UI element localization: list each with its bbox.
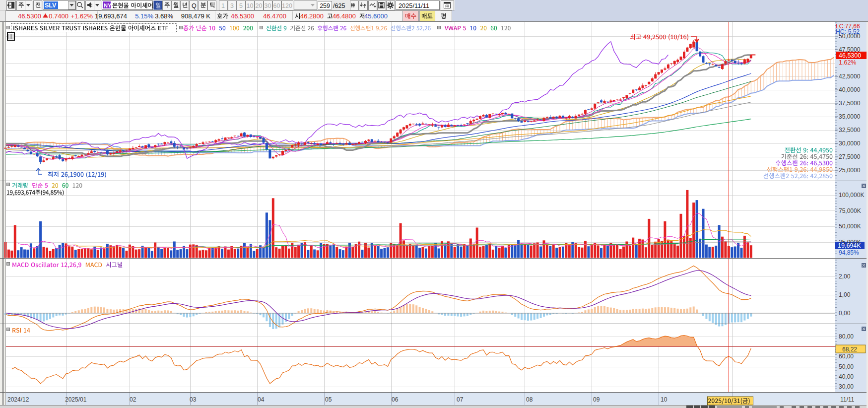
svg-text:2,00: 2,00 (839, 273, 851, 280)
svg-text:08: 08 (526, 396, 533, 403)
svg-text:42,5000: 42,5000 (839, 73, 861, 80)
svg-text:35,0000: 35,0000 (839, 113, 861, 120)
svg-text:1,62%: 1,62% (839, 59, 856, 66)
svg-text:2025/01: 2025/01 (65, 396, 87, 403)
svg-text:07: 07 (457, 396, 464, 403)
svg-text:2025/11/11: 2025/11/11 (399, 2, 429, 9)
svg-text:20: 20 (256, 2, 263, 9)
svg-text:1,00: 1,00 (839, 291, 851, 298)
svg-text:908,479 K: 908,479 K (181, 12, 211, 20)
svg-text:02: 02 (130, 396, 136, 403)
svg-text:04: 04 (258, 396, 265, 403)
svg-text:46,5300: 46,5300 (839, 52, 861, 59)
svg-text:50,00: 50,00 (839, 363, 854, 370)
svg-text:46.2800: 46.2800 (300, 12, 324, 20)
svg-text:46.4800: 46.4800 (333, 12, 356, 20)
svg-text:03: 03 (190, 396, 197, 403)
svg-text:HC:-5,52: HC:-5,52 (836, 28, 860, 35)
svg-text:40,00: 40,00 (839, 373, 854, 380)
svg-text:11/11: 11/11 (840, 396, 855, 403)
svg-text:0,00: 0,00 (839, 310, 851, 317)
svg-text:60: 60 (273, 2, 280, 9)
svg-text:1: 1 (221, 2, 225, 9)
svg-text:68,22: 68,22 (842, 346, 857, 353)
svg-text:30: 30 (265, 2, 271, 9)
svg-text:09: 09 (593, 396, 600, 403)
svg-text:25,0000: 25,0000 (839, 167, 861, 174)
svg-text:06: 06 (392, 396, 399, 403)
svg-text:46.5300: 46.5300 (231, 12, 254, 20)
svg-text:10: 10 (661, 396, 668, 403)
svg-text:40,0000: 40,0000 (839, 86, 861, 93)
svg-text:30,00: 30,00 (839, 383, 854, 390)
svg-text:32,5000: 32,5000 (839, 127, 861, 134)
svg-text:19,693,674: 19,693,674 (95, 12, 127, 20)
svg-text:27,5000: 27,5000 (839, 153, 861, 160)
svg-text:75,000K: 75,000K (839, 207, 861, 214)
svg-text:SLV: SLV (45, 2, 57, 9)
svg-text:5.15%: 5.15% (135, 12, 153, 20)
svg-text:0.7400: 0.7400 (49, 12, 68, 20)
svg-text:45.6000: 45.6000 (364, 12, 388, 20)
svg-text:NY: NY (104, 2, 112, 8)
svg-text:10: 10 (247, 2, 254, 9)
svg-text:30,0000: 30,0000 (839, 140, 861, 147)
svg-text:5: 5 (239, 2, 243, 9)
svg-text:19,694K: 19,694K (838, 242, 861, 249)
svg-text:94,85%: 94,85% (839, 249, 859, 256)
svg-text:3.68%: 3.68% (155, 12, 173, 20)
svg-text:46.5300: 46.5300 (18, 12, 41, 20)
svg-text:80,00: 80,00 (839, 333, 854, 340)
svg-text:Q: Q (192, 2, 197, 9)
svg-text:2024/12: 2024/12 (7, 396, 29, 403)
svg-text:/625: /625 (333, 2, 345, 9)
svg-text:259: 259 (320, 2, 330, 9)
svg-text:120: 120 (282, 2, 292, 9)
svg-text:+1.62%: +1.62% (71, 12, 93, 20)
svg-text:50,000K: 50,000K (839, 223, 861, 230)
svg-text:100,000K: 100,000K (839, 192, 864, 199)
svg-text:05: 05 (325, 396, 332, 403)
svg-text:37,5000: 37,5000 (839, 100, 861, 107)
svg-text:46.4700: 46.4700 (263, 12, 286, 20)
svg-text:47,5000: 47,5000 (839, 46, 861, 53)
svg-text:60,00: 60,00 (839, 353, 854, 360)
svg-text:3: 3 (230, 2, 234, 9)
